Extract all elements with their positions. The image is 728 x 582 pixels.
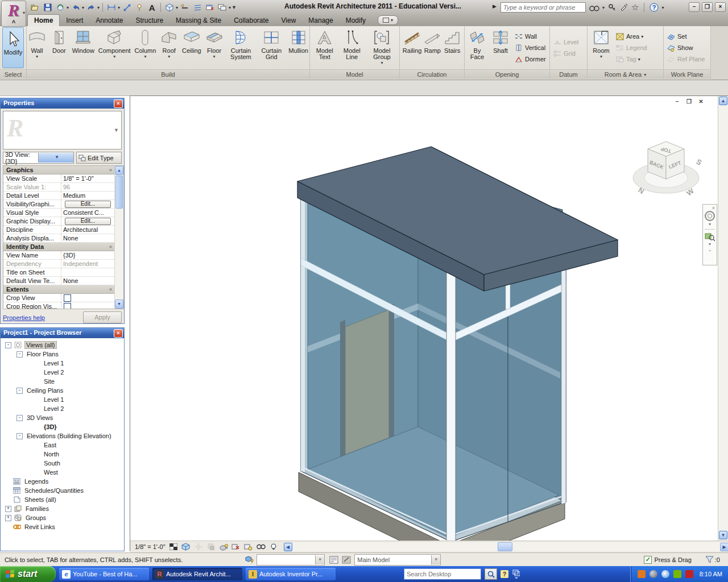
tree-item-families[interactable]: +Families [1, 504, 124, 513]
tree-item-ceiling-level1[interactable]: Level 1 [1, 395, 124, 404]
help-dropdown-icon[interactable]: ▾ [661, 5, 664, 10]
taskbar-item-youtube[interactable]: e YouTube - Best of Ha... [59, 568, 149, 580]
component-button[interactable]: Component▾ [98, 26, 131, 69]
taskbar-item-revit[interactable]: R Autodesk Revit Archit... [152, 568, 242, 580]
worksets-dropdown[interactable]: ▼ [257, 554, 325, 566]
opening-shaft-button[interactable]: Shaft [489, 26, 512, 69]
favorites-star-icon[interactable]: ☆ [631, 2, 639, 13]
combo-arrow-icon[interactable]: ▼ [38, 153, 73, 163]
property-row[interactable]: DisciplineArchitectural [3, 226, 114, 234]
reveal-hidden-elements-icon[interactable] [257, 542, 266, 551]
model-line-button[interactable]: Model Line [338, 26, 366, 69]
mullion-right-edge[interactable] [561, 264, 566, 504]
type-selector-arrow-icon[interactable]: ▼ [114, 127, 119, 133]
viewcube[interactable]: S N W TOP BACK LEFT [630, 134, 705, 205]
save-icon[interactable] [42, 2, 53, 13]
opening-dormer-button[interactable]: Dormer [514, 55, 546, 64]
compass-n-label[interactable]: N [637, 186, 646, 196]
wall-button[interactable]: Wall▾ [28, 26, 46, 69]
edit-button[interactable]: Edit... [65, 218, 111, 225]
wheel-dropdown-icon[interactable]: ▾ [709, 222, 711, 227]
property-row[interactable]: Graphic Display...Edit... [3, 217, 114, 226]
property-row[interactable]: Visual StyleConsistent C... [3, 209, 114, 217]
area-button[interactable]: Area▾ [615, 32, 647, 41]
search-dropdown-icon[interactable]: ▾ [602, 5, 605, 10]
desktop-search-input[interactable] [404, 568, 481, 580]
scroll-thumb[interactable] [115, 176, 123, 209]
shadows-icon[interactable] [206, 542, 216, 551]
scroll-down-icon[interactable]: ▼ [719, 531, 727, 539]
crop-view-icon[interactable] [231, 542, 241, 551]
mullion-button[interactable]: Mullion [288, 26, 308, 69]
sync-with-central-icon[interactable] [55, 2, 66, 13]
property-row[interactable]: Crop View [3, 294, 114, 302]
crop-region-checkbox[interactable] [64, 303, 71, 310]
corner-mullion[interactable] [446, 268, 456, 541]
wall-dropdown-icon[interactable]: ▾ [36, 55, 38, 59]
model-group-button[interactable]: Model Group▾ [366, 26, 398, 69]
help-icon[interactable]: ? [650, 3, 659, 12]
scale-control[interactable]: 1/8" = 1'-0" [135, 543, 166, 550]
set-work-plane-button[interactable]: Set [667, 32, 705, 41]
volume-icon[interactable] [650, 570, 657, 578]
search-binoculars-icon[interactable] [589, 4, 599, 11]
property-row[interactable]: Title on Sheet [3, 268, 114, 277]
view-dropdown-icon[interactable]: ▾ [176, 5, 178, 10]
mullion-left-edge[interactable] [301, 198, 305, 472]
roof-dropdown-icon[interactable]: ▾ [168, 55, 170, 59]
opening-wall-button[interactable]: Wall [514, 32, 546, 41]
design-options-dropdown[interactable]: Main Model ▼ [354, 554, 441, 566]
press-drag-option[interactable]: ✓ Press & Drag [644, 556, 691, 564]
edit-type-button[interactable]: Edit Type [76, 152, 122, 164]
component-dropdown-icon[interactable]: ▾ [113, 55, 115, 59]
tab-insert[interactable]: Insert [60, 15, 89, 26]
start-button[interactable]: start [0, 566, 56, 582]
tree-item-east[interactable]: East [1, 440, 124, 450]
tab-massing-site[interactable]: Massing & Site [169, 15, 228, 26]
element-selector-combo[interactable]: 3D View: {3D} ▼ [3, 152, 74, 164]
properties-close-icon[interactable]: × [114, 99, 123, 108]
window-button[interactable]: Window [72, 26, 94, 69]
apply-button[interactable]: Apply [83, 311, 122, 323]
selection-filter[interactable]: :0 [705, 556, 720, 563]
tag-icon[interactable] [134, 2, 145, 13]
infocenter-search-input[interactable] [500, 2, 586, 13]
roof-button[interactable]: Roof▾ [160, 26, 178, 69]
minimize-button[interactable]: – [689, 2, 700, 12]
collapse-chevron-icon[interactable]: « [109, 167, 114, 173]
open-icon[interactable] [30, 2, 41, 13]
deskbar-options-icon[interactable] [512, 569, 520, 579]
edit-button[interactable]: Edit... [65, 201, 111, 208]
redo-icon[interactable] [85, 2, 97, 13]
ramp-button[interactable]: Ramp [423, 26, 441, 69]
tree-item-floor-plans[interactable]: -Floor Plans [1, 350, 124, 359]
collapse-icon[interactable]: - [5, 342, 11, 348]
crop-region-icon[interactable] [244, 542, 253, 551]
nvidia-icon[interactable] [673, 570, 681, 578]
tree-item-revit-links[interactable]: Revit Links [1, 522, 124, 531]
communication-center-icon[interactable] [619, 3, 628, 11]
collapse-icon[interactable]: - [16, 351, 23, 357]
tray-magnifier-icon[interactable] [661, 570, 669, 578]
close-hidden-windows-icon[interactable] [204, 2, 216, 13]
desktop-search-button[interactable] [485, 568, 497, 580]
collapse-chevron-icon[interactable]: « [109, 244, 114, 250]
customize-qat-icon[interactable]: ▼ [231, 5, 237, 10]
property-row[interactable]: Visibility/Graphi...Edit... [3, 200, 114, 209]
property-row[interactable]: View Name{3D} [3, 251, 114, 260]
detail-level-icon[interactable] [169, 542, 178, 551]
tab-home[interactable]: Home [27, 14, 60, 26]
type-selector-preview[interactable]: R ▼ [3, 111, 122, 149]
browser-title-bar[interactable]: Project1 - Project Browser × [1, 328, 124, 338]
tree-item-site[interactable]: Site [1, 377, 124, 386]
properties-scrollbar[interactable]: ▲ ▼ [114, 166, 123, 309]
property-row[interactable]: View Scale1/8" = 1'-0" [3, 174, 114, 183]
collapse-icon[interactable]: - [16, 433, 23, 439]
tree-item-ceiling-level2[interactable]: Level 2 [1, 404, 124, 413]
expand-icon[interactable]: + [5, 506, 11, 512]
collapse-icon[interactable]: - [16, 388, 23, 394]
tab-structure[interactable]: Structure [129, 15, 169, 26]
tree-item-level2[interactable]: Level 2 [1, 368, 124, 377]
tab-annotate[interactable]: Annotate [89, 15, 129, 26]
floor-button[interactable]: Floor▾ [205, 26, 224, 69]
